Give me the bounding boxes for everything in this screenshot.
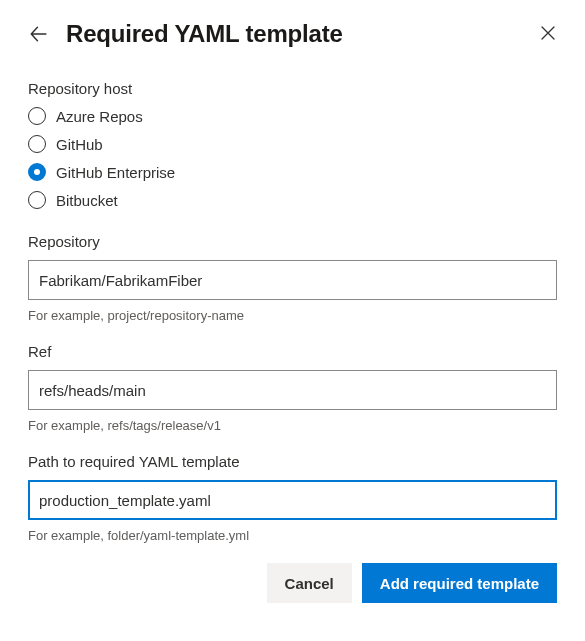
path-hint: For example, folder/yaml-template.yml [28, 528, 557, 543]
radio-icon [28, 135, 46, 153]
radio-label: GitHub Enterprise [56, 164, 175, 181]
path-input[interactable] [28, 480, 557, 520]
path-field-group: Path to required YAML template For examp… [28, 453, 557, 543]
path-label: Path to required YAML template [28, 453, 557, 470]
ref-hint: For example, refs/tags/release/v1 [28, 418, 557, 433]
radio-label: Azure Repos [56, 108, 143, 125]
repository-hint: For example, project/repository-name [28, 308, 557, 323]
radio-option-github-enterprise[interactable]: GitHub Enterprise [28, 163, 557, 181]
cancel-button[interactable]: Cancel [267, 563, 352, 603]
radio-label: GitHub [56, 136, 103, 153]
radio-option-github[interactable]: GitHub [28, 135, 557, 153]
radio-option-azure-repos[interactable]: Azure Repos [28, 107, 557, 125]
repository-field-group: Repository For example, project/reposito… [28, 233, 557, 323]
button-row: Cancel Add required template [28, 563, 557, 603]
repository-host-label: Repository host [28, 80, 557, 97]
dialog-title: Required YAML template [66, 20, 343, 48]
radio-icon [28, 107, 46, 125]
add-required-template-button[interactable]: Add required template [362, 563, 557, 603]
radio-option-bitbucket[interactable]: Bitbucket [28, 191, 557, 209]
radio-icon [28, 191, 46, 209]
repository-host-radio-group: Azure Repos GitHub GitHub Enterprise Bit… [28, 107, 557, 209]
radio-icon-selected [28, 163, 46, 181]
back-icon[interactable] [28, 24, 48, 44]
dialog-header: Required YAML template [28, 20, 557, 48]
ref-field-group: Ref For example, refs/tags/release/v1 [28, 343, 557, 433]
close-icon[interactable] [539, 24, 557, 42]
repository-label: Repository [28, 233, 557, 250]
radio-label: Bitbucket [56, 192, 118, 209]
repository-input[interactable] [28, 260, 557, 300]
ref-input[interactable] [28, 370, 557, 410]
ref-label: Ref [28, 343, 557, 360]
